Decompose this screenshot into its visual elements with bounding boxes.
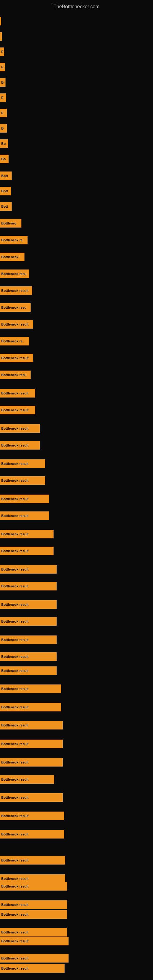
bar-label: Bottleneck re xyxy=(0,337,29,345)
bar-label: Bottleneck resu xyxy=(0,269,29,278)
bar-item: E xyxy=(0,48,4,56)
bar-label: Bottleneck result xyxy=(0,667,57,675)
bar-item: Bottleneck result xyxy=(0,406,35,414)
bar-item: Bottleneck result xyxy=(0,600,57,609)
bar-label: Bottleneck result xyxy=(0,530,54,538)
bar-item: Bott xyxy=(0,172,12,180)
bar-label: Bottleneck result xyxy=(0,856,65,865)
bar-item: Bottleneck result xyxy=(0,495,49,503)
bar-label: Bottleneck result xyxy=(0,547,54,555)
bar-label: Bo xyxy=(0,155,9,163)
bar-label: Bottleneck result xyxy=(0,874,65,883)
bar-label: Bottleneck result xyxy=(0,476,45,485)
bar-label: Bottleneck result xyxy=(0,928,67,937)
bar-label: Bott xyxy=(0,172,12,180)
bar-item: Bottleneck result xyxy=(0,320,33,329)
bar-label: Bottleneck result xyxy=(0,830,64,838)
bar-item: Bottleneck re xyxy=(0,337,29,345)
bar-item xyxy=(0,32,2,41)
bar-item: Bott xyxy=(0,187,11,196)
bar-item: Bottleneck result xyxy=(0,389,35,398)
bar-item: Bottleneck resu xyxy=(0,303,30,312)
bar-item: Bottleneck resu xyxy=(0,371,30,379)
bar-item: E xyxy=(0,94,6,102)
bar-item: Bottleneck result xyxy=(0,900,67,909)
bar-label: Bottleneck result xyxy=(0,937,69,945)
bar-item: Bottleneck result xyxy=(0,793,63,802)
bar-item: Bottleneck result xyxy=(0,856,65,865)
bar-label: Bottleneck result xyxy=(0,460,45,468)
bar-item: Bottleneck result xyxy=(0,667,57,675)
bar-item: E xyxy=(0,63,5,72)
bar-item: Bottleneck result xyxy=(0,874,65,883)
bar-item: Bottleneck result xyxy=(0,811,64,820)
bar-item: Bottleneck result xyxy=(0,354,33,362)
bar-item: Bottleneck result xyxy=(0,547,54,555)
bar-label: Bottleneck result xyxy=(0,793,63,802)
bar-item: Bottleneck result xyxy=(0,424,40,433)
bar-label: Bottleneck result xyxy=(0,511,49,520)
bar-label: Bottleneck result xyxy=(0,635,57,644)
bar-label: Bottleneck result xyxy=(0,441,40,450)
bar-item: E xyxy=(0,109,7,117)
bar-item: Bottleneck result xyxy=(0,703,61,711)
bar-label: E xyxy=(0,63,5,72)
bar-item: Bottleneck result xyxy=(0,775,54,784)
bar-label: Bottleneck result xyxy=(0,600,57,609)
bar-label: Bottleneck result xyxy=(0,424,40,433)
bar-item: Bottleneck result xyxy=(0,635,57,644)
bar-label: Bottleneck result xyxy=(0,740,63,748)
bar-label xyxy=(0,32,2,41)
bar-label: Bo xyxy=(0,139,8,148)
bar-item xyxy=(0,17,1,25)
bar-label: Bottleneck result xyxy=(0,406,35,414)
bar-item: Bottleneck resu xyxy=(0,269,29,278)
bar-item: Bo xyxy=(0,155,9,163)
bar-item: Bottleneck result xyxy=(0,441,40,450)
bar-item: Bottleneck result xyxy=(0,928,67,937)
bar-item: Bo xyxy=(0,139,8,148)
bar-item: Bottleneck result xyxy=(0,652,57,661)
bar-label: Bottleneck resu xyxy=(0,371,30,379)
bar-label: Bottleneck result xyxy=(0,882,67,891)
bar-item: Bottleneck result xyxy=(0,910,67,919)
bar-label: Bott xyxy=(0,187,11,196)
bar-label: Bottleneck result xyxy=(0,320,33,329)
bar-item: Bottleneck result xyxy=(0,565,57,574)
bar-item: B xyxy=(0,78,5,87)
bar-item: Bottleneck result xyxy=(0,511,49,520)
bar-label: Bottleneck result xyxy=(0,495,49,503)
bar-item: Bottlenec xyxy=(0,219,21,228)
bar-item: Bottleneck result xyxy=(0,964,65,973)
bar-item: Bottleneck result xyxy=(0,530,54,538)
bar-label: Bottleneck result xyxy=(0,964,65,973)
bar-label: Bottleneck result xyxy=(0,582,57,590)
bar-label: Bottleneck result xyxy=(0,617,57,626)
bar-item: Bottleneck result xyxy=(0,882,67,891)
bar-item: Bottleneck result xyxy=(0,286,32,295)
bar-label: Bott xyxy=(0,202,12,211)
bar-label: Bottleneck xyxy=(0,253,24,261)
bar-label: Bottleneck result xyxy=(0,721,63,730)
bar-label: Bottleneck result xyxy=(0,954,69,963)
bar-label: Bottleneck re xyxy=(0,236,27,244)
bar-label: Bottleneck resu xyxy=(0,303,30,312)
bar-label: Bottleneck result xyxy=(0,910,67,919)
bar-label: Bottleneck result xyxy=(0,389,35,398)
bar-label: Bottleneck result xyxy=(0,775,54,784)
bar-label: Bottleneck result xyxy=(0,703,61,711)
bar-item: Bottleneck result xyxy=(0,740,63,748)
bar-label: Bottleneck result xyxy=(0,900,67,909)
bar-label: Bottleneck result xyxy=(0,811,64,820)
bar-item: Bottleneck re xyxy=(0,236,27,244)
bar-label: Bottleneck result xyxy=(0,354,33,362)
bar-label: B xyxy=(0,124,7,133)
bar-label: Bottleneck result xyxy=(0,684,61,693)
bar-label xyxy=(0,17,1,25)
bar-item: Bottleneck result xyxy=(0,954,69,963)
bar-item: Bottleneck result xyxy=(0,758,63,767)
bar-label: E xyxy=(0,48,4,56)
bar-item: Bottleneck result xyxy=(0,476,45,485)
bar-label: Bottlenec xyxy=(0,219,21,228)
bar-item: Bottleneck result xyxy=(0,617,57,626)
